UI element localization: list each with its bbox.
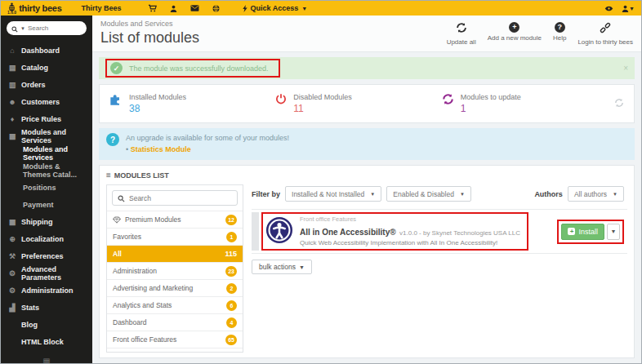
user-icon[interactable] [170, 4, 177, 12]
mail-icon[interactable] [190, 4, 199, 12]
update-all-button[interactable]: Update all [447, 22, 476, 46]
category-premium-modules[interactable]: Premium Modules 12 [107, 211, 243, 228]
category-all[interactable]: All 115 [107, 245, 243, 262]
bulk-actions-label: bulk actions [259, 263, 296, 271]
sidebar-item-catalog[interactable]: ▤Catalog [1, 59, 92, 76]
panel-title: MODULES LIST [114, 171, 169, 180]
truck-icon: ▦ [8, 218, 16, 226]
quick-access-menu[interactable]: Quick Access ▼ [243, 4, 308, 12]
sidebar-item-modules-and-services[interactable]: ▩Modules and Services [1, 127, 92, 144]
install-button[interactable]: + Install [561, 224, 604, 240]
breadcrumb[interactable]: Modules and Services [100, 20, 199, 28]
sidebar-item-advanced-parameters[interactable]: ⚙Advanced Parameters [1, 264, 92, 282]
install-dropdown-toggle[interactable]: ▼ [607, 224, 620, 240]
sidebar-subitem-modules-themes-catalog[interactable]: Modules & Themes Catal... [1, 162, 92, 179]
sidebar-item-shipping[interactable]: ▦Shipping [1, 213, 92, 230]
sidebar-item-label: Orders [21, 81, 46, 89]
action-label: Help [553, 34, 566, 42]
sidebar-item-stats[interactable]: ▟Stats [1, 299, 92, 316]
module-row: Front office Features All in One Accessi… [252, 209, 627, 254]
sidebar-subitem-payment[interactable]: Payment [1, 196, 92, 213]
sidebar-collapse-button[interactable]: ▦ [1, 350, 92, 364]
sidebar-item-label: Price Rules [21, 115, 61, 123]
thirtybees-logo[interactable]: 1.6.0 thirty bees [7, 2, 61, 15]
sidebar-item-label: Modules and Services [21, 128, 85, 144]
bullet: • [126, 145, 128, 153]
book-icon: ▤ [8, 64, 16, 72]
installed-filter-select[interactable]: Installed & Not Installed ▼ [285, 186, 381, 202]
category-analytics-stats[interactable]: Analytics and Stats 6 [107, 296, 243, 313]
module-search[interactable] [112, 190, 238, 206]
sidebar-item-label: Shipping [21, 218, 53, 226]
sidebar-item-administration[interactable]: ⚙Administration [1, 282, 92, 299]
chevron-down-icon: ▼ [370, 192, 375, 197]
stat-disabled-modules[interactable]: Disabled Modules 11 [275, 93, 441, 114]
enabled-filter-select[interactable]: Enabled & Disabled ▼ [386, 186, 471, 202]
chevron-down-icon: ▼ [611, 229, 617, 234]
bee-icon: 1.6.0 [7, 2, 16, 15]
row-handle[interactable] [252, 212, 259, 251]
sidebar-item-blog[interactable]: Blog [1, 316, 92, 333]
category-advertising-marketing[interactable]: Advertising and Marketing 2 [107, 279, 243, 296]
category-payments-gateways[interactable]: Payments and Gateways 5 [107, 348, 243, 353]
category-favorites[interactable]: Favorites 1 [107, 228, 243, 245]
close-icon[interactable]: × [623, 64, 628, 73]
category-label: Dashboard [113, 318, 147, 326]
add-new-module-button[interactable]: + Add a new module [488, 22, 542, 42]
category-dashboard[interactable]: Dashboard 4 [107, 313, 243, 331]
stat-label: Modules to update [461, 93, 521, 101]
quick-access-label: Quick Access [251, 4, 299, 12]
sidebar-item-label: Blog [21, 321, 38, 329]
success-alert: ✓ The module was successfully downloaded… [99, 57, 635, 79]
stat-installed-modules[interactable]: Installed Modules 38 [109, 93, 275, 114]
info-icon: ? [106, 133, 119, 146]
sidebar-item-preferences[interactable]: ⚒Preferences [1, 247, 92, 264]
sidebar-search-input[interactable] [28, 24, 82, 32]
annotation-box: Front office Features All in One Accessi… [261, 212, 528, 251]
category-administration[interactable]: Administration 23 [107, 262, 243, 279]
stat-value: 1 [461, 103, 521, 114]
sidebar-item-orders[interactable]: ▥Orders [1, 76, 92, 93]
category-count-badge: 5 [226, 352, 237, 353]
sidebar-subitem-positions[interactable]: Positions [1, 179, 92, 196]
category-count-badge: 6 [226, 300, 237, 311]
sidebar-item-dashboard[interactable]: ⌂Dashboard [1, 42, 92, 59]
chevron-down-icon[interactable]: ▼ [20, 26, 25, 31]
authors-select[interactable]: All authors ▼ [568, 186, 624, 202]
filter-row: Filter by Installed & Not Installed ▼ En… [252, 186, 627, 202]
category-front-office-features[interactable]: Front office Features 65 [107, 331, 243, 348]
module-description: Quick Web Accessibility Implementation w… [300, 239, 520, 247]
topbar: 1.6.0 thirty bees Thirty Bees Quick Acce… [1, 1, 641, 16]
chevron-down-icon: ▼ [299, 264, 305, 270]
module-stats-panel: Installed Modules 38 Disabled Modules 11 [99, 84, 635, 123]
shop-name[interactable]: Thirty Bees [81, 4, 121, 12]
sidebar-item-label: Dashboard [21, 47, 60, 55]
chevron-down-icon: ▼ [613, 192, 617, 197]
sidebar-item-label: Stats [21, 304, 39, 312]
globe-icon[interactable] [212, 4, 220, 12]
cart-icon[interactable] [148, 4, 157, 12]
sidebar-item-price-rules[interactable]: ♦Price Rules [1, 110, 92, 127]
page-header: Modules and Services List of modules Upd… [92, 16, 641, 52]
login-to-thirtybees-button[interactable]: Login to thirty bees [577, 22, 633, 46]
refresh-panel-icon[interactable] [614, 96, 624, 111]
eye-icon[interactable] [604, 6, 613, 11]
sidebar-item-localization[interactable]: ⊕Localization [1, 230, 92, 247]
chevron-down-icon: ▼ [629, 6, 635, 11]
module-search-input[interactable] [129, 194, 232, 202]
help-button[interactable]: ? Help [553, 22, 566, 42]
bulk-actions-button[interactable]: bulk actions ▼ [252, 260, 312, 274]
stat-label: Installed Modules [129, 93, 186, 101]
sidebar-item-label: Positions [23, 184, 56, 192]
sidebar: ▼ ⌂Dashboard ▤Catalog ▥Orders ☻Customers… [1, 16, 92, 363]
sidebar-subitem-modules-and-services[interactable]: Modules and Services [1, 144, 92, 162]
stat-modules-to-update[interactable]: Modules to update 1 [442, 93, 608, 114]
select-value: All authors [574, 190, 607, 198]
category-label: Analytics and Stats [113, 301, 172, 309]
success-message: The module was successfully downloaded. [129, 64, 269, 73]
sidebar-item-customers[interactable]: ☻Customers [1, 93, 92, 110]
sidebar-item-html-block[interactable]: HTML Block [1, 333, 92, 350]
statistics-module-link[interactable]: Statistics Module [131, 145, 191, 153]
account-menu[interactable]: ▼ [622, 5, 635, 12]
sidebar-search[interactable]: ▼ [7, 21, 87, 35]
